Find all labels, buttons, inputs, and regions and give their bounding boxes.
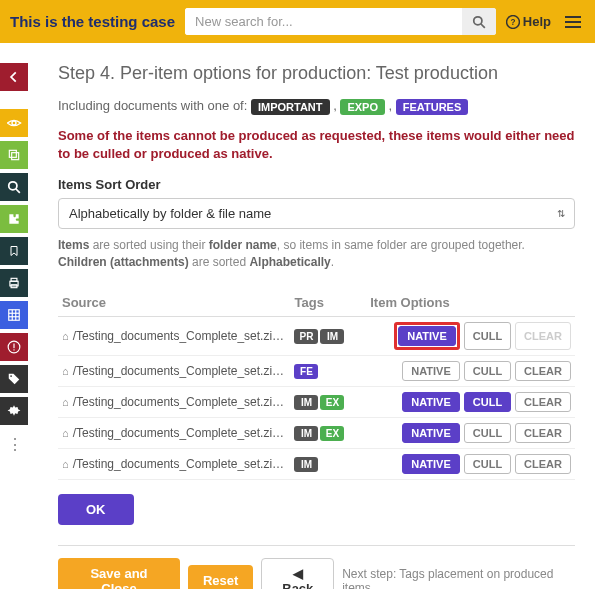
save-close-button[interactable]: Save and Close: [58, 558, 180, 589]
ok-button[interactable]: OK: [58, 494, 134, 525]
hamburger-icon: [565, 16, 581, 18]
cull-option[interactable]: CULL: [464, 322, 511, 350]
home-icon: ⌂: [62, 458, 69, 470]
eye-icon: [6, 115, 22, 131]
sidebar-tags[interactable]: [0, 365, 28, 393]
cull-option[interactable]: CULL: [464, 392, 511, 412]
source-cell: ⌂/Testing_documents_Complete_set.zip/Hil…: [58, 417, 290, 448]
options-cell: NATIVECULLCLEAR: [360, 316, 575, 355]
tags-icon: [7, 372, 21, 386]
svg-point-0: [474, 16, 482, 24]
clear-option[interactable]: CLEAR: [515, 454, 571, 474]
next-step-text: Next step: Tags placement on produced it…: [342, 567, 575, 589]
clear-option[interactable]: CLEAR: [515, 361, 571, 381]
tag-features: FEATURES: [396, 99, 468, 115]
menu-button[interactable]: [561, 9, 585, 35]
mini-tag: EX: [320, 426, 344, 441]
clear-option[interactable]: CLEAR: [515, 392, 571, 412]
sidebar-copy[interactable]: [0, 141, 28, 169]
svg-text:?: ?: [510, 17, 515, 26]
case-title: This is the testing case: [10, 13, 175, 30]
svg-point-20: [10, 375, 12, 377]
sidebar-eye[interactable]: [0, 109, 28, 137]
sidebar-bookmark[interactable]: [0, 237, 28, 265]
search-wrap: [185, 8, 496, 35]
including-line: Including documents with one of: IMPORTA…: [58, 98, 575, 115]
logo-bird: [0, 580, 30, 589]
svg-line-1: [481, 23, 485, 27]
table-row: ⌂/Testing_documents_Complete_set.zip/DeD…: [58, 316, 575, 355]
main-content: Step 4. Per-item options for production:…: [30, 43, 595, 589]
table-row: ⌂/Testing_documents_Complete_set.zip/Hil…: [58, 386, 575, 417]
cull-option[interactable]: CULL: [464, 454, 511, 474]
source-cell: ⌂/Testing_documents_Complete_set.zip/DeD: [58, 316, 290, 355]
help-icon: ?: [506, 15, 520, 29]
sort-label: Items Sort Order: [58, 177, 575, 192]
sidebar-print[interactable]: [0, 269, 28, 297]
source-cell: ⌂/Testing_documents_Complete_set.zip/Hil…: [58, 386, 290, 417]
native-option[interactable]: NATIVE: [402, 423, 460, 443]
native-option[interactable]: NATIVE: [402, 361, 460, 381]
sidebar-grid[interactable]: [0, 301, 28, 329]
native-option[interactable]: NATIVE: [398, 326, 456, 346]
bookmark-icon: [8, 244, 20, 258]
mini-tag: IM: [294, 395, 318, 410]
mini-tag: IM: [294, 426, 318, 441]
native-option[interactable]: NATIVE: [402, 454, 460, 474]
tag-important: IMPORTANT: [251, 99, 330, 115]
source-cell: ⌂/Testing_documents_Complete_set.zip/DeD: [58, 355, 290, 386]
svg-point-4: [12, 121, 16, 125]
sidebar-alert[interactable]: [0, 333, 28, 361]
help-link[interactable]: ? Help: [506, 14, 551, 29]
print-icon: [7, 276, 21, 290]
bird-icon: [2, 586, 26, 589]
options-cell: NATIVECULLCLEAR: [360, 448, 575, 479]
table-row: ⌂/Testing_documents_Complete_set.zip/DeD…: [58, 355, 575, 386]
items-table: Source Tags Item Options ⌂/Testing_docum…: [58, 289, 575, 480]
svg-rect-5: [9, 150, 16, 157]
options-cell: NATIVECULLCLEAR: [360, 417, 575, 448]
help-label: Help: [523, 14, 551, 29]
mini-tag: PR: [294, 329, 318, 344]
sidebar-settings[interactable]: [0, 397, 28, 425]
svg-line-8: [16, 189, 20, 193]
gear-icon: [7, 404, 21, 418]
copy-icon: [7, 148, 21, 162]
arrow-left-icon: [7, 70, 21, 84]
svg-rect-18: [13, 344, 14, 349]
step-title: Step 4. Per-item options for production:…: [58, 63, 575, 84]
svg-rect-6: [12, 153, 19, 160]
reset-button[interactable]: Reset: [188, 565, 253, 589]
mini-tag: IM: [320, 329, 344, 344]
sort-select[interactable]: Alphabetically by folder & file name: [58, 198, 575, 229]
home-icon: ⌂: [62, 396, 69, 408]
col-options: Item Options: [360, 289, 575, 317]
search-icon: [472, 15, 486, 29]
sidebar: ⋮: [0, 43, 30, 589]
options-cell: NATIVECULLCLEAR: [360, 355, 575, 386]
sidebar-puzzle[interactable]: [0, 205, 28, 233]
tags-cell: IMEX: [290, 386, 360, 417]
tag-expo: EXPO: [340, 99, 385, 115]
back-arrow-button[interactable]: [0, 63, 28, 91]
options-cell: NATIVECULLCLEAR: [360, 386, 575, 417]
sort-hint: Items are sorted using their folder name…: [58, 237, 575, 271]
highlight-box: NATIVE: [394, 322, 460, 350]
svg-rect-12: [9, 310, 20, 321]
col-source: Source: [58, 289, 290, 317]
back-button[interactable]: ◀ Back: [261, 558, 334, 589]
cull-option[interactable]: CULL: [464, 361, 511, 381]
mini-tag: IM: [294, 457, 318, 472]
cull-option[interactable]: CULL: [464, 423, 511, 443]
svg-rect-19: [13, 349, 14, 350]
search-button[interactable]: [462, 8, 496, 35]
home-icon: ⌂: [62, 427, 69, 439]
search-input[interactable]: [185, 8, 462, 35]
alert-icon: [7, 340, 21, 354]
clear-option[interactable]: CLEAR: [515, 423, 571, 443]
svg-point-7: [9, 182, 17, 190]
sidebar-search[interactable]: [0, 173, 28, 201]
sidebar-more[interactable]: ⋮: [0, 429, 30, 460]
home-icon: ⌂: [62, 365, 69, 377]
native-option[interactable]: NATIVE: [402, 392, 460, 412]
